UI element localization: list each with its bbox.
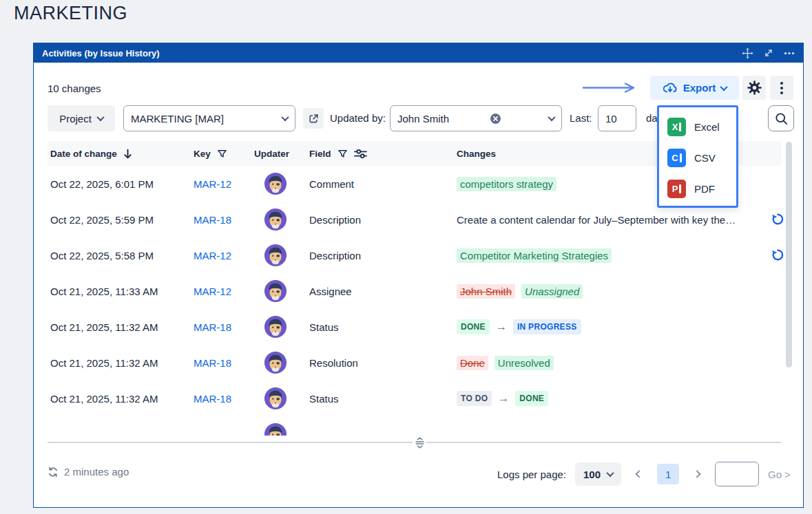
change-segment: Unassigned [521,284,583,299]
updater-cell [254,279,309,303]
updater-cell [254,422,309,436]
table-row: Oct 21, 2025, 11:32 AMMAR-18StatusTO DO→… [48,381,786,416]
logs-per-page-select[interactable]: 100 [575,462,621,486]
header-updater: Updater [254,149,309,159]
header-field[interactable]: Field [309,149,457,159]
date-cell: Oct 22, 2025, 5:58 PM [50,250,194,261]
field-cell: Description [309,214,457,226]
updated-by-select[interactable]: John Smith [390,105,562,131]
file-letter: C [672,153,678,163]
export-menu-item-excel[interactable]: XExcel [667,115,736,138]
change-segment: Competitor Marketing Strategies [457,248,612,263]
chevron-down-icon [548,114,555,121]
updater-cell [254,315,309,339]
issue-key-link[interactable]: MAR-18 [194,321,254,333]
updated-by-value: John Smith [397,113,449,125]
updater-cell [254,387,309,410]
updater-cell [254,208,309,231]
field-cell: Resolution [309,357,457,369]
field-cell: Status [309,393,457,405]
project-value: MARKETING [MAR] [131,113,224,125]
search-icon [775,112,788,125]
issue-key-link[interactable]: MAR-12 [194,178,254,190]
file-letter: P [672,184,678,194]
issue-key-link[interactable]: MAR-12 [194,286,254,297]
filter-icon[interactable] [217,149,227,159]
updater-cell [254,244,309,267]
activities-panel: Activities (by Issue History) 10 changes [33,43,804,508]
header-key[interactable]: Key [194,149,254,159]
issue-key-link[interactable]: MAR-18 [194,357,254,369]
screen: MARKETING Activities (by Issue History) … [0,0,812,514]
cloud-download-icon [663,82,678,94]
file-letter: X [672,122,678,132]
user-avatar-icon [264,387,287,410]
table-row [48,416,786,436]
column-settings-icon[interactable] [354,149,367,159]
excel-icon: X [667,118,686,136]
last-label: Last: [570,112,592,124]
move-icon[interactable] [742,47,753,59]
date-cell: Oct 21, 2025, 11:32 AM [50,357,194,369]
page-title: MARKETING [14,3,127,24]
go-button[interactable]: Go > [768,469,791,480]
export-label: Export [683,82,716,94]
more-actions-button[interactable] [770,76,793,100]
date-cell: Oct 21, 2025, 11:32 AM [50,321,194,333]
project-select[interactable]: MARKETING [MAR] [123,105,295,131]
table-row: Oct 22, 2025, 5:58 PMMAR-12DescriptionCo… [48,237,786,273]
export-button[interactable]: Export [650,76,739,100]
changes-cell: John SmithUnassigned [457,284,786,299]
updated-by-label: Updated by: [330,112,386,124]
issue-key-link[interactable]: MAR-18 [194,393,254,405]
user-avatar-icon [264,279,287,303]
expand-icon[interactable] [764,48,773,58]
refresh-status[interactable]: 2 minutes ago [48,466,129,478]
open-in-new-button[interactable] [303,108,324,129]
last-days-input[interactable] [598,105,636,131]
chevron-left-icon [635,470,643,478]
panel-title: Activities (by Issue History) [42,48,160,58]
issue-key-link[interactable]: MAR-18 [194,214,254,226]
issue-key-link[interactable]: MAR-12 [194,250,254,261]
change-segment: Create a content calendar for July–Septe… [457,214,736,226]
panel-more-icon[interactable] [784,52,795,55]
user-avatar-icon [264,351,287,374]
search-button[interactable] [768,105,794,131]
changes-cell: DONE→IN PROGRESS [457,319,786,334]
date-cell: Oct 21, 2025, 11:33 AM [50,286,194,297]
export-menu-label: CSV [694,152,716,164]
header-date[interactable]: Date of change [50,149,194,159]
updater-cell [254,351,309,374]
logs-per-page-value: 100 [583,469,601,480]
filter-icon[interactable] [337,149,348,159]
change-segment: → [498,392,509,405]
filter-type-label: Project [59,113,92,125]
date-cell: Oct 22, 2025, 5:59 PM [50,214,194,226]
sort-desc-icon[interactable] [123,149,132,159]
change-segment: DONE [515,391,548,406]
filter-type-dropdown[interactable]: Project [48,105,115,131]
restore-button[interactable] [771,248,784,262]
prev-page-button[interactable] [630,464,648,484]
user-avatar-icon [264,172,287,195]
settings-button[interactable] [742,76,766,100]
resize-handle-icon[interactable] [413,436,426,449]
change-segment: competitors strategy [457,177,556,191]
current-page-button[interactable]: 1 [657,464,679,484]
goto-page-input[interactable] [715,462,759,486]
table-row: Oct 21, 2025, 11:32 AMMAR-18ResolutionDo… [48,345,786,381]
next-page-button[interactable] [688,464,706,484]
clear-user-icon[interactable] [490,113,501,125]
changes-cell: Create a content calendar for July–Septe… [457,214,786,226]
changes-cell: DoneUnresolved [457,356,786,370]
change-segment: IN PROGRESS [513,319,581,334]
restore-button[interactable] [771,213,784,226]
vertical-scrollbar[interactable] [786,142,792,367]
date-cell: Oct 21, 2025, 11:32 AM [50,393,194,405]
field-cell: Description [309,250,457,261]
chevron-right-icon [693,470,700,478]
export-menu-item-csv[interactable]: CCSV [667,146,736,169]
export-menu-item-pdf[interactable]: PPDF [667,177,736,200]
export-menu-label: Excel [694,121,720,133]
